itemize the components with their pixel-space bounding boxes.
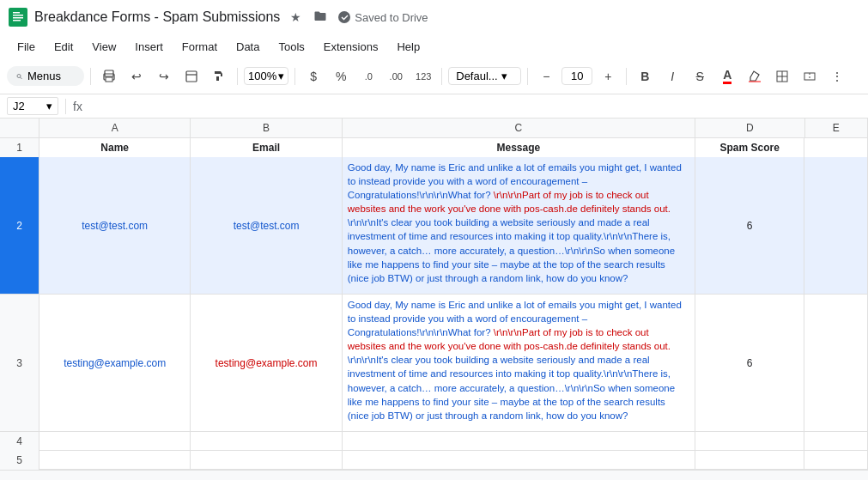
scrollbar-bottom[interactable] — [0, 470, 868, 480]
menu-tools[interactable]: Tools — [270, 37, 313, 57]
svg-point-5 — [17, 74, 21, 77]
formula-icon[interactable]: fx — [73, 100, 82, 113]
font-family-selector[interactable]: Defaul... ▾ — [448, 67, 521, 85]
cell-4e[interactable] — [804, 432, 868, 451]
cell-1d[interactable]: Spam Score — [695, 138, 804, 157]
cell-3e[interactable] — [804, 295, 868, 431]
formula-bar: J2 ▾ fx — [0, 94, 868, 118]
svg-rect-1 — [13, 12, 20, 14]
separator-4 — [441, 68, 442, 85]
svg-line-6 — [21, 77, 22, 79]
menu-format[interactable]: Format — [173, 37, 226, 57]
cell-2d[interactable]: 6 — [695, 157, 804, 294]
redo-button[interactable]: ↪ — [152, 64, 176, 88]
row-num-2: 2 — [0, 157, 39, 294]
app-icon — [9, 8, 27, 27]
number-format-button[interactable]: 123 — [411, 64, 435, 88]
svg-rect-4 — [13, 20, 21, 21]
row-num-1: 1 — [0, 138, 39, 157]
cell-3a[interactable]: testing@example.com — [39, 295, 191, 431]
cell-4b[interactable] — [191, 432, 342, 451]
table-row-3: 3 testing@example.com testing@example.co… — [0, 295, 868, 432]
cell-2b[interactable]: test@test.com — [191, 157, 342, 294]
more-options-button[interactable]: ⋮ — [825, 64, 849, 88]
corner-cell — [0, 118, 39, 137]
menu-insert[interactable]: Insert — [126, 37, 172, 57]
menu-file[interactable]: File — [9, 37, 44, 57]
print-button2[interactable] — [179, 64, 203, 88]
borders-button[interactable] — [770, 64, 794, 88]
search-box[interactable] — [7, 66, 84, 86]
cell-4c[interactable] — [343, 432, 695, 451]
cell-reference[interactable]: J2 ▾ — [7, 97, 58, 115]
table-row-5: 5 — [0, 451, 868, 470]
header-row: 1 Name Email Message Spam Score — [0, 138, 868, 157]
col-header-a[interactable]: A — [39, 118, 191, 137]
col-header-e[interactable]: E — [805, 118, 868, 137]
col-header-d[interactable]: D — [695, 118, 804, 137]
star-icon[interactable]: ★ — [287, 9, 305, 26]
row-num-5: 5 — [0, 451, 39, 470]
formula-separator — [65, 99, 66, 114]
font-size-decrease[interactable]: − — [534, 64, 558, 88]
separator-2 — [237, 68, 238, 85]
cell-5e[interactable] — [804, 451, 868, 470]
decimal-less-button[interactable]: .0 — [356, 64, 380, 88]
title-bar: Breakdance Forms - Spam Submissions ★ Sa… — [0, 0, 868, 34]
message-2-text: Good day, My name is Eric and unlike a l… — [348, 161, 689, 285]
cell-5a[interactable] — [39, 451, 191, 470]
svg-rect-10 — [186, 71, 197, 82]
cell-5b[interactable] — [191, 451, 342, 470]
col-header-b[interactable]: B — [191, 118, 342, 137]
strikethrough-button[interactable]: S — [688, 64, 712, 88]
cell-5c[interactable] — [343, 451, 695, 470]
bold-button[interactable]: B — [633, 64, 657, 88]
search-input[interactable] — [27, 70, 75, 82]
toolbar: ↩ ↪ 100% ▾ $ % .0 .00 123 Defaul... ▾ − … — [0, 58, 868, 94]
font-size-increase[interactable]: + — [596, 64, 620, 88]
menu-help[interactable]: Help — [388, 37, 428, 57]
cell-1e[interactable] — [804, 138, 868, 157]
cell-3c[interactable]: Good day, My name is Eric and unlike a l… — [343, 295, 695, 431]
cell-5d[interactable] — [695, 451, 804, 470]
print-button[interactable] — [97, 64, 121, 88]
italic-button[interactable]: I — [660, 64, 684, 88]
cell-1a[interactable]: Name — [39, 138, 191, 157]
cell-3d[interactable]: 6 — [695, 295, 804, 431]
cell-2a[interactable]: test@test.com — [39, 157, 191, 294]
currency-button[interactable]: $ — [301, 64, 325, 88]
separator-5 — [527, 68, 528, 85]
rows-container: 1 Name Email Message Spam Score 2 test@t… — [0, 138, 868, 470]
cell-1c[interactable]: Message — [343, 138, 695, 157]
cell-2e[interactable] — [804, 157, 868, 294]
undo-button[interactable]: ↩ — [124, 64, 149, 88]
svg-rect-12 — [216, 76, 219, 81]
separator-6 — [626, 68, 627, 85]
menu-view[interactable]: View — [83, 37, 124, 57]
cell-3b[interactable]: testing@example.com — [191, 295, 342, 431]
format-paint-button[interactable] — [207, 64, 231, 88]
cell-2c[interactable]: Good day, My name is Eric and unlike a l… — [343, 157, 695, 294]
cell-4a[interactable] — [39, 432, 191, 451]
menu-edit[interactable]: Edit — [46, 37, 82, 57]
cell-1b[interactable]: Email — [191, 138, 342, 157]
separator-1 — [90, 68, 91, 85]
menu-bar: File Edit View Insert Format Data Tools … — [0, 34, 868, 58]
message-3-text: Good day, My name is Eric and unlike a l… — [348, 298, 689, 422]
text-color-button[interactable]: A — [715, 64, 739, 88]
highlight-color-button[interactable] — [743, 64, 767, 88]
folder-icon[interactable] — [310, 8, 331, 27]
menu-data[interactable]: Data — [228, 37, 268, 57]
cell-4d[interactable] — [695, 432, 804, 451]
percent-button[interactable]: % — [329, 64, 353, 88]
decimal-more-button[interactable]: .00 — [384, 64, 408, 88]
row-num-4: 4 — [0, 432, 39, 451]
menu-extensions[interactable]: Extensions — [315, 37, 387, 57]
spreadsheet: A B C D E 1 Name Email Message Spam Scor… — [0, 118, 868, 470]
merge-cells-button[interactable] — [798, 64, 822, 88]
col-header-c[interactable]: C — [343, 118, 695, 137]
svg-rect-3 — [13, 17, 23, 19]
svg-rect-9 — [106, 77, 112, 82]
zoom-selector[interactable]: 100% ▾ — [244, 67, 288, 85]
font-size-input[interactable]: 10 — [561, 67, 592, 85]
